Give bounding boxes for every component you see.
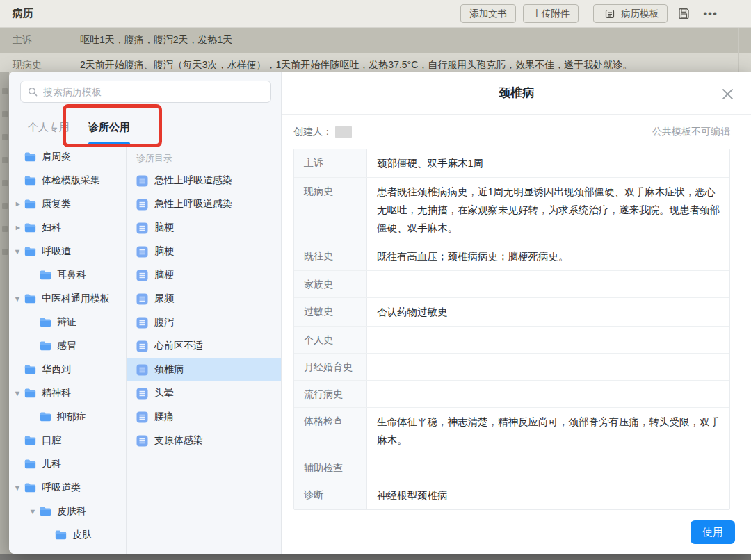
folder-icon [40,270,51,280]
chevron-down-icon[interactable]: ▼ [12,484,23,492]
template-list-item[interactable]: 腹泻 [127,311,281,334]
close-icon[interactable] [720,87,734,101]
folder-icon [24,152,36,162]
template-button[interactable]: 病历模板 [593,4,668,23]
tab-label: 诊所公用 [88,121,130,134]
template-list-item[interactable]: 心前区不适 [127,334,281,358]
table-row: 家族史 [294,271,729,298]
row-value: 神经根型颈椎病 [367,481,729,509]
tree-item[interactable]: ▼ 耳鼻科 [9,263,126,287]
chevron-down-icon[interactable]: ▼ [12,295,23,303]
tree-item[interactable]: ▼ 中医科通用模板 [9,287,126,311]
page-title: 病历 [13,7,33,20]
tree-item[interactable]: ▼ 感冒 [9,334,126,358]
folder-icon [24,176,36,186]
document-icon [136,364,148,376]
template-item-label: 支原体感染 [154,434,203,447]
field-label: 主诉 [0,28,67,53]
tree-item[interactable]: ▼ 呼吸道类 [9,476,126,500]
more-icon[interactable]: ••• [700,7,720,21]
tree-item[interactable]: ▼ 辩证 [9,311,126,334]
tree-item[interactable]: ▼ 华西到 [9,358,126,381]
table-row: 诊断 神经根型颈椎病 [294,481,729,509]
row-label: 既往史 [294,242,367,270]
tree-item-label: 皮肤 [72,529,92,541]
template-list-item[interactable]: 脑梗 [127,263,281,287]
detail-title: 颈椎病 [499,85,534,101]
tree-item-label: 皮肤科 [57,505,86,518]
table-row: 月经婚育史 [294,354,729,381]
save-icon[interactable] [675,7,693,20]
template-list-item[interactable]: 头晕 [127,381,281,405]
tree-item[interactable]: ▼ 妇科 [9,216,126,240]
row-label: 个人史 [294,327,367,353]
tree-item[interactable]: ▼ 抑郁症 [9,405,126,429]
template-tab[interactable]: 个人专用 [28,110,70,145]
creator-redacted [335,126,352,138]
template-item-label: 腰痛 [154,411,174,423]
template-tab[interactable]: 诊所公用 [88,110,130,145]
tree-item-label: 华西到 [42,363,71,376]
field-value: 呕吐1天，腹痛，腹泻2天，发热1天 [67,28,751,53]
toolbar-divider [586,8,586,19]
tree-item[interactable]: ▼ 儿科 [9,452,126,476]
template-list-item[interactable]: 急性上呼吸道感染 [127,169,281,192]
template-list-item[interactable]: 颈椎病 [127,358,281,381]
chevron-down-icon[interactable]: ▼ [12,247,23,256]
template-record-table: 主诉 颈部僵硬、双手麻木1周 现病史 患者既往颈椎病病史，近1周无明显诱因出现颈… [293,149,730,510]
tree-item[interactable]: ▼ 康复类 [9,192,126,216]
dimmed-bottom-strip [0,554,751,560]
table-row: 辅助检查 [294,454,729,481]
chevron-down-icon[interactable]: ▼ [12,389,23,397]
use-template-button[interactable]: 使用 [691,520,735,544]
book-icon [602,9,617,19]
tree-item[interactable]: ▼ 口腔 [9,429,126,452]
search-input[interactable] [43,86,264,97]
row-value [367,354,729,380]
row-value: 颈部僵硬、双手麻木1周 [367,149,729,177]
document-icon [136,411,148,423]
folder-icon [24,199,36,209]
detail-meta-row: 创建人： 公共模板不可编辑 [282,115,751,149]
tree-item[interactable]: ▼ 皮肤科 [9,500,126,523]
template-item-label: 尿频 [154,293,174,305]
template-item-label: 脑梗 [154,245,174,258]
table-row: 主诉 颈部僵硬、双手麻木1周 [294,149,729,178]
tree-item[interactable]: ▼ 肩周炎 [9,145,126,169]
search-box[interactable] [20,81,271,103]
table-row: 既往史 既往有高血压；颈椎病病史；脑梗死病史。 [294,242,729,271]
table-row: 现病史 患者既往颈椎病病史，近1周无明显诱因出现颈部僵硬、双手麻木症状，恶心无呕… [294,178,729,242]
folder-icon [24,365,36,374]
page-header: 病历 添加文书 上传附件 病历模板 ••• [0,0,751,28]
row-value: 生命体征平稳，神志清楚，精神反应尚可，颈部脊旁有压痛，转头受限，双手麻木。 [367,408,729,454]
folder-icon [24,388,36,398]
template-list-item[interactable]: 尿频 [127,287,281,311]
template-item-label: 腹泻 [154,316,174,329]
folder-icon [24,294,36,304]
template-list-item[interactable]: 支原体感染 [127,429,281,452]
tree-item[interactable]: ▼ 精神科 [9,381,126,405]
template-list-item[interactable]: 腰痛 [127,405,281,429]
chevron-down-icon[interactable]: ▼ [13,222,22,233]
dimmed-left-strip [0,72,9,554]
chevron-down-icon[interactable]: ▼ [13,199,22,210]
tree-item[interactable]: ▼ 呼吸道 [9,240,126,263]
add-document-button[interactable]: 添加文书 [460,4,516,23]
template-detail-panel: 颈椎病 创建人： 公共模板不可编辑 主诉 颈部僵硬、双手麻木1周 现病史 患者既… [282,72,751,554]
readonly-note: 公共模板不可编辑 [652,126,730,138]
row-value [367,454,729,481]
tree-item-label: 儿科 [42,458,61,470]
folder-icon [55,530,67,540]
upload-attachment-button[interactable]: 上传附件 [523,4,579,23]
template-list-item[interactable]: 急性上呼吸道感染 [127,192,281,216]
chevron-down-icon[interactable]: ▼ [27,507,38,516]
template-list-item[interactable]: 脑梗 [127,240,281,263]
tree-item[interactable]: ▼ 皮肤 [9,523,126,547]
template-list-item[interactable]: 脑梗 [127,216,281,240]
tree-item-label: 肩周炎 [42,151,71,163]
row-label: 过敏史 [294,298,367,326]
table-row: 体格检查 生命体征平稳，神志清楚，精神反应尚可，颈部脊旁有压痛，转头受限，双手麻… [294,408,729,454]
row-label: 月经婚育史 [294,354,367,380]
tree-item[interactable]: ▼ 体检模版采集 [9,169,126,192]
tree-item-label: 口腔 [42,434,61,447]
